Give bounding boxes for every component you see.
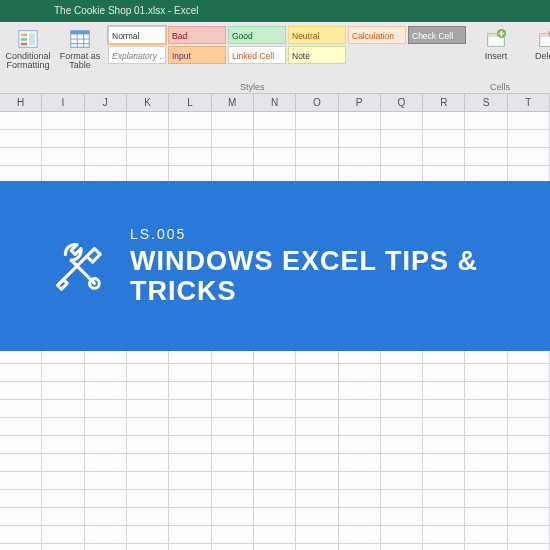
cell[interactable] (508, 130, 550, 148)
cell[interactable] (169, 130, 211, 148)
cell-styles-gallery[interactable]: NormalBadGoodNeutralCalculationCheck Cel… (108, 26, 466, 64)
cell[interactable] (0, 400, 42, 418)
cell[interactable] (0, 148, 42, 166)
cell[interactable] (42, 544, 84, 550)
cell[interactable] (465, 130, 507, 148)
cell[interactable] (508, 472, 550, 490)
cell[interactable] (296, 364, 338, 382)
cell[interactable] (169, 472, 211, 490)
column-header[interactable]: N (254, 94, 296, 111)
column-header[interactable]: P (339, 94, 381, 111)
cell[interactable] (296, 382, 338, 400)
cell[interactable] (296, 526, 338, 544)
style-cell-check-cell[interactable]: Check Cell (408, 26, 466, 44)
cell[interactable] (339, 148, 381, 166)
cell[interactable] (42, 130, 84, 148)
style-cell-explanatory-[interactable]: Explanatory … (108, 46, 166, 64)
cell[interactable] (85, 454, 127, 472)
cell[interactable] (465, 382, 507, 400)
column-header[interactable]: K (127, 94, 169, 111)
cell[interactable] (212, 382, 254, 400)
cell[interactable] (0, 472, 42, 490)
cell[interactable] (296, 112, 338, 130)
cell[interactable] (381, 544, 423, 550)
cell[interactable] (423, 436, 465, 454)
cell[interactable] (169, 400, 211, 418)
cell[interactable] (381, 130, 423, 148)
cell[interactable] (127, 130, 169, 148)
cell[interactable] (254, 382, 296, 400)
cell[interactable] (42, 364, 84, 382)
cell[interactable] (127, 436, 169, 454)
cell[interactable] (169, 508, 211, 526)
column-header[interactable]: J (85, 94, 127, 111)
cell[interactable] (0, 544, 42, 550)
cell[interactable] (254, 544, 296, 550)
cell[interactable] (212, 508, 254, 526)
cell[interactable] (339, 382, 381, 400)
cell[interactable] (339, 454, 381, 472)
cell[interactable] (381, 490, 423, 508)
cell[interactable] (212, 112, 254, 130)
cell[interactable] (465, 454, 507, 472)
cell[interactable] (0, 382, 42, 400)
cell[interactable] (339, 400, 381, 418)
cell[interactable] (42, 472, 84, 490)
cell[interactable] (85, 526, 127, 544)
cell[interactable] (423, 454, 465, 472)
cell[interactable] (296, 544, 338, 550)
cell[interactable] (296, 508, 338, 526)
cell[interactable] (127, 526, 169, 544)
cell[interactable] (254, 130, 296, 148)
cell[interactable] (85, 436, 127, 454)
cell[interactable] (381, 112, 423, 130)
cell[interactable] (508, 436, 550, 454)
column-header[interactable]: O (296, 94, 338, 111)
cell[interactable] (423, 418, 465, 436)
insert-button[interactable]: Insert (470, 26, 522, 80)
cell[interactable] (296, 436, 338, 454)
column-header[interactable]: H (0, 94, 42, 111)
cell[interactable] (212, 526, 254, 544)
cell[interactable] (339, 544, 381, 550)
column-header[interactable]: S (465, 94, 507, 111)
cell[interactable] (465, 436, 507, 454)
cell[interactable] (169, 436, 211, 454)
cell[interactable] (42, 148, 84, 166)
cell[interactable] (212, 490, 254, 508)
cell[interactable] (423, 382, 465, 400)
cell[interactable] (465, 400, 507, 418)
cell[interactable] (254, 418, 296, 436)
cell[interactable] (85, 382, 127, 400)
cell[interactable] (339, 526, 381, 544)
cell[interactable] (296, 472, 338, 490)
cell[interactable] (169, 544, 211, 550)
cell[interactable] (339, 436, 381, 454)
cell[interactable] (169, 112, 211, 130)
cell[interactable] (465, 364, 507, 382)
cell[interactable] (423, 526, 465, 544)
cell[interactable] (423, 472, 465, 490)
cell[interactable] (85, 112, 127, 130)
cell[interactable] (169, 526, 211, 544)
cell[interactable] (42, 508, 84, 526)
column-header[interactable]: R (423, 94, 465, 111)
style-cell-note[interactable]: Note (288, 46, 346, 64)
cell[interactable] (212, 364, 254, 382)
cell[interactable] (296, 400, 338, 418)
cell[interactable] (381, 400, 423, 418)
cell[interactable] (0, 112, 42, 130)
cell[interactable] (423, 112, 465, 130)
cell[interactable] (508, 490, 550, 508)
cell[interactable] (254, 472, 296, 490)
cell[interactable] (465, 544, 507, 550)
cell[interactable] (212, 472, 254, 490)
cell[interactable] (423, 490, 465, 508)
cell[interactable] (85, 148, 127, 166)
column-header[interactable]: Q (381, 94, 423, 111)
cell[interactable] (381, 436, 423, 454)
cell[interactable] (465, 148, 507, 166)
cell[interactable] (508, 544, 550, 550)
cell[interactable] (381, 148, 423, 166)
cell[interactable] (85, 472, 127, 490)
